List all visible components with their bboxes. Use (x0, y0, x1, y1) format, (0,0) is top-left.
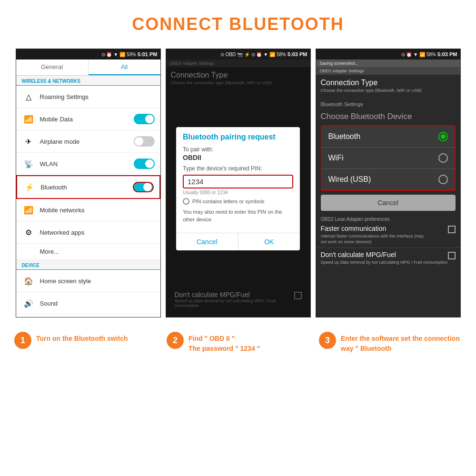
more-item[interactable]: More... (16, 244, 160, 260)
modal-device: OBDII (183, 154, 293, 161)
faster-comm-section: Faster communication Attempt faster comm… (316, 222, 460, 248)
modal-note: You may also need to enter this PIN on t… (183, 208, 293, 223)
wifi-radio[interactable] (438, 153, 448, 163)
instruction-2: 2 Find " OBD II "The password " 1234 " (162, 332, 314, 354)
modal-title: Bluetooth pairing request (176, 127, 300, 144)
device-section-header: DEVICE (16, 260, 160, 270)
screen3-conn-title: Connection Type (321, 79, 456, 87)
tab-general[interactable]: General (16, 60, 88, 75)
sound-item[interactable]: 🔊 Sound (16, 292, 160, 315)
step-1-text: Turn on the Bluetooth switch (36, 332, 128, 344)
wlan-label: WLAN (40, 160, 129, 168)
airplane-toggle[interactable] (134, 136, 155, 147)
bluetooth-label: Bluetooth (41, 184, 128, 191)
screen3-conn-settings: Connection Type Choose the connection ty… (316, 75, 460, 100)
bt-option-bluetooth-label: Bluetooth (328, 132, 361, 141)
mobile-data-toggle[interactable] (134, 114, 155, 124)
screen1-icons: ⊙ ⏰ ▼ 📶 (101, 52, 125, 57)
screen1-time: 5:01 PM (138, 51, 158, 57)
screen3-cancel-button[interactable]: Cancel (321, 195, 456, 211)
wlan-toggle[interactable] (134, 159, 155, 169)
sound-icon: 🔊 (22, 297, 35, 310)
screenshots-row: ⊙ ⏰ ▼ 📶 59% 5:01 PM General All WIRELESS… (0, 44, 476, 322)
modal-pin-value: 1234 (188, 178, 288, 186)
networked-apps-item[interactable]: ⚙ Networked apps (16, 221, 160, 244)
bt-option-wifi-label: WiFi (328, 154, 344, 162)
pairing-modal: Bluetooth pairing request To pair with: … (176, 127, 300, 250)
airplane-icon: ✈ (22, 135, 35, 148)
mobile-data-label: Mobile Data (40, 116, 129, 123)
page-title: CONNECT BLUETOOTH (0, 0, 476, 44)
networked-apps-label: Networked apps (40, 229, 155, 236)
screen3-obd-header: OBD2 Adapter Settings (316, 67, 460, 75)
screen3-saving-bar: Saving screenshot... (316, 60, 460, 67)
bt-option-bluetooth[interactable]: Bluetooth (322, 126, 455, 148)
mobile-networks-item[interactable]: 📶 Mobile networks (16, 199, 160, 221)
dont-calc-section: Don't calculate MPG/Fuel Speed up data r… (316, 248, 460, 268)
roaming-label: Roaming Settings (40, 93, 155, 100)
screen3-time: 5:03 PM (437, 51, 457, 57)
screen2-battery: 58% (277, 52, 286, 57)
screen3-status-bar: ⊙ ⏰ ▼ 📶 58% 5:03 PM (316, 49, 460, 60)
modal-pin-letters-row: PIN contains letters or symbols (183, 198, 293, 205)
faster-title: Faster communication (321, 225, 426, 232)
screen2-status-bar: ⊙ OBD 📷 ⚡ ⊙ ⏰ ▼ 📶 58% 5:03 PM (166, 49, 310, 60)
screen3-phone: ⊙ ⏰ ▼ 📶 58% 5:03 PM Saving screenshot...… (316, 49, 461, 317)
home-screen-label: Home screen style (40, 278, 155, 285)
screen2-phone: ⊙ OBD 📷 ⚡ ⊙ ⏰ ▼ 📶 58% 5:03 PM OBD2 Adapt… (166, 49, 311, 317)
screen2-icons: ⊙ OBD 📷 ⚡ ⊙ ⏰ ▼ 📶 (220, 52, 275, 57)
step-2-text: Find " OBD II "The password " 1234 " (188, 332, 260, 354)
modal-pin-input[interactable]: 1234 (183, 175, 293, 188)
networked-apps-icon: ⚙ (22, 226, 35, 239)
screen3-obd2-prefs-label: OBD2 Lean Adapter preferences (321, 217, 456, 222)
modal-overlay: Bluetooth pairing request To pair with: … (166, 60, 310, 317)
dont-title: Don't calculate MPG/Fuel (321, 251, 448, 258)
modal-ok-button[interactable]: OK (238, 233, 300, 250)
airplane-mode-item[interactable]: ✈ Airplane mode (16, 130, 160, 153)
modal-hint: Usually 0000 or 1234 (183, 190, 293, 195)
faster-checkbox[interactable] (448, 226, 456, 233)
bt-option-wired[interactable]: Wired (USB) (322, 169, 455, 190)
screen1-battery: 59% (127, 52, 136, 57)
screen3-conn-subtitle: Choose the connection type (Bluetooth, W… (321, 88, 456, 93)
modal-body: To pair with: OBDII Type the device's re… (176, 144, 300, 233)
screen1-phone: ⊙ ⏰ ▼ 📶 59% 5:01 PM General All WIRELESS… (16, 49, 161, 317)
roaming-settings-item[interactable]: △ Roaming Settings (16, 86, 160, 108)
screen1-tabs: General All (16, 60, 160, 76)
wlan-icon: 📡 (22, 157, 35, 170)
pin-letters-label: PIN contains letters or symbols (192, 198, 265, 204)
instruction-3: 3 Enter the software set the connection … (314, 332, 466, 354)
wireless-networks-header: WIRELESS & NETWORKS (16, 76, 160, 86)
mobile-networks-label: Mobile networks (40, 207, 155, 214)
mobile-data-icon: 📶 (22, 112, 35, 126)
cancel-btn-row: Cancel (321, 195, 456, 211)
screen3-battery: 58% (426, 52, 436, 57)
bluetooth-icon: ⚡ (23, 180, 36, 194)
bluetooth-radio[interactable] (438, 132, 448, 141)
bt-option-wifi[interactable]: WiFi (322, 148, 455, 169)
home-screen-icon: 🏠 (22, 274, 35, 288)
dont-sub: Speed up data retrieval by not calculati… (321, 260, 448, 266)
tab-all[interactable]: All (89, 60, 160, 75)
step-2-circle: 2 (167, 332, 184, 349)
modal-cancel-button[interactable]: Cancel (176, 233, 238, 250)
step-3-circle: 3 (319, 332, 336, 349)
wired-radio[interactable] (438, 175, 448, 184)
screen3-bt-settings-label: Bluetooth Settings (321, 101, 456, 107)
instruction-1: 1 Turn on the Bluetooth switch (10, 332, 162, 354)
screen2-time: 5:03 PM (288, 51, 307, 57)
faster-sub: Attempt faster communications with the i… (321, 234, 426, 245)
home-screen-item[interactable]: 🏠 Home screen style (16, 270, 160, 292)
choose-title: Choose Bluetooth Device (316, 108, 460, 123)
dont-calc-checkbox[interactable] (448, 252, 456, 259)
airplane-label: Airplane mode (40, 138, 129, 145)
step-3-text: Enter the software set the connection wa… (341, 332, 462, 354)
bluetooth-toggle[interactable] (133, 182, 154, 192)
bluetooth-item[interactable]: ⚡ Bluetooth (16, 175, 160, 199)
wlan-item[interactable]: 📡 WLAN (16, 153, 160, 175)
mobile-data-item[interactable]: 📶 Mobile Data (16, 108, 160, 130)
screen3-icons: ⊙ ⏰ ▼ 📶 (401, 52, 425, 57)
display-item[interactable]: 🖼 Display (16, 315, 160, 317)
pin-letters-radio[interactable] (183, 198, 189, 205)
bt-options: Bluetooth WiFi Wired (USB) (321, 125, 456, 191)
